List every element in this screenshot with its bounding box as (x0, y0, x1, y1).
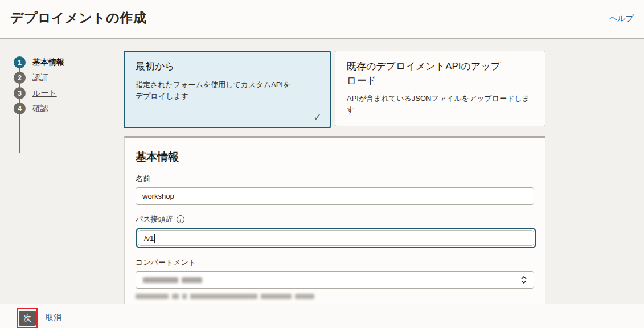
select-chevron-icon (521, 276, 527, 284)
help-link[interactable]: ヘルプ (609, 14, 634, 24)
page-header: デプロイメントの作成 ヘルプ (0, 0, 644, 39)
panel-heading: 基本情報 (136, 150, 534, 165)
compartment-field-label: コンパートメント (136, 257, 196, 268)
name-field: 名前 (136, 174, 534, 205)
wizard-step-routes[interactable]: 3 ルート (14, 85, 64, 101)
option-card-description: 指定されたフォームを使用してカスタムAPIをデプロイします (136, 79, 296, 102)
wizard-steps: 1 基本情報 2 認証 3 ルート 4 確認 (14, 55, 64, 116)
step-label[interactable]: 確認 (32, 104, 48, 114)
path-prefix-field: パス接頭辞 i /v1 (136, 214, 534, 248)
compartment-field: コンパートメント (136, 257, 534, 299)
option-card-title: 既存のデプロイメントAPIのアップロード (347, 60, 507, 88)
step-label[interactable]: 認証 (32, 73, 48, 83)
text-cursor (154, 234, 155, 243)
cancel-link[interactable]: 取消 (46, 313, 61, 323)
path-prefix-field-label: パス接頭辞 (136, 214, 173, 224)
compartment-select[interactable] (136, 271, 534, 289)
path-prefix-focus-ring: /v1 (136, 228, 536, 248)
option-card-description: APIが含まれているJSONファイルをアップロードします (347, 93, 534, 116)
option-card-from-scratch[interactable]: 最初から 指定されたフォームを使用してカスタムAPIをデプロイします ✓ (124, 51, 331, 128)
wizard-step-basic-info: 1 基本情報 (14, 55, 64, 70)
step-number-badge: 1 (14, 56, 26, 68)
option-card-upload-existing-api[interactable]: 既存のデプロイメントAPIのアップロード APIが含まれているJSONファイルを… (335, 51, 545, 126)
step-number-badge: 4 (14, 102, 26, 114)
deployment-source-options: 最初から 指定されたフォームを使用してカスタムAPIをデプロイします ✓ 既存の… (124, 51, 545, 128)
footer-action-bar: 次 取消 (0, 304, 644, 328)
basic-info-panel: 基本情報 名前 パス接頭辞 i /v1 コンパートメント (124, 136, 545, 304)
wizard-step-review[interactable]: 4 確認 (14, 101, 64, 116)
info-icon[interactable]: i (177, 215, 184, 223)
step-label[interactable]: ルート (32, 88, 57, 99)
step-number-badge: 3 (14, 87, 26, 99)
step-number-badge: 2 (14, 72, 26, 84)
name-field-label: 名前 (136, 174, 150, 184)
selected-check-icon: ✓ (313, 111, 322, 124)
next-button[interactable]: 次 (19, 311, 36, 326)
name-input[interactable] (136, 187, 534, 205)
path-prefix-value: /v1 (144, 234, 154, 243)
page-title: デプロイメントの作成 (10, 9, 146, 27)
compartment-value-redacted (143, 277, 202, 283)
step-label: 基本情報 (32, 58, 64, 68)
path-prefix-input[interactable]: /v1 (138, 230, 534, 246)
compartment-helper-redacted (136, 294, 534, 299)
option-card-title: 最初から (136, 60, 319, 74)
wizard-step-authentication[interactable]: 2 認証 (14, 70, 64, 85)
